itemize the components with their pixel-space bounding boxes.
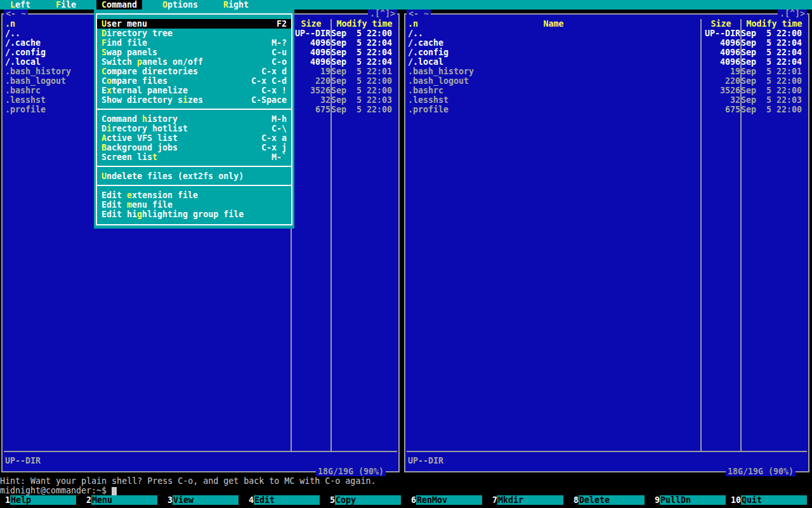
menu-item-undelete-files-ext2fs-only[interactable]: Undelete files (ext2fs only): [97, 171, 291, 181]
fkey-4-edit[interactable]: 4Edit: [244, 495, 325, 505]
fkey-number: 7: [487, 495, 497, 505]
menu-item-find-file[interactable]: Find fileM-?: [97, 38, 291, 48]
column-header-size[interactable]: Size: [702, 19, 740, 29]
file-mtime: Sep 5 22:03: [740, 95, 808, 105]
fkey-6-renmov[interactable]: 6RenMov: [406, 495, 487, 505]
file-panel-right: <- ~.[^]>18G/19G (90%).nNameSizeModify t…: [404, 13, 809, 472]
menubar-item-left[interactable]: Left: [5, 0, 36, 10]
menu-item-user-menu[interactable]: User menuF2: [97, 19, 291, 29]
file-mtime: Sep 5 22:04: [740, 57, 808, 67]
fkey-9-pulldn[interactable]: 9PullDn: [650, 495, 731, 505]
file-row-bash-history[interactable]: .bash_history19Sep 5 22:01: [405, 67, 808, 76]
hotkey-letter: h: [142, 114, 147, 124]
mini-status: UP--DIR: [5, 456, 41, 465]
fkey-label: RenMov: [416, 495, 482, 505]
menubar-item-command[interactable]: Command: [96, 0, 142, 10]
menu-item-swap-panels[interactable]: Swap panelsC-u: [97, 48, 291, 57]
column-header-mtime[interactable]: Modify time: [740, 19, 808, 29]
file-size: 220: [292, 76, 331, 86]
file-row-cache[interactable]: /.cache4096Sep 5 22:04: [405, 38, 808, 48]
file-name: .profile: [405, 105, 702, 114]
column-header-name[interactable]: .nName: [405, 19, 702, 29]
fkey-number: 5: [325, 495, 335, 505]
file-list: /..UP--DIRSep 5 22:00/.cache4096Sep 5 22…: [405, 29, 808, 114]
menu-item-shortcut: C-o: [272, 57, 287, 67]
menu-item-show-directory-sizes[interactable]: Show directory sizesC-Space: [97, 95, 291, 105]
menu-item-external-panelize[interactable]: External panelizeC-x !: [97, 86, 291, 95]
panel-path-label[interactable]: <- ~: [4, 9, 28, 18]
menu-item-directory-hotlist[interactable]: Directory hotlistC-\: [97, 124, 291, 133]
file-size: 4096: [292, 48, 331, 57]
menu-item-label: Show directory sizes: [102, 95, 203, 105]
sort-indicator: .n: [408, 19, 418, 29]
hotkey-letter: t: [152, 152, 157, 162]
shell-prompt-line[interactable]: midnight@commander:~$: [0, 486, 812, 495]
fkey-10-quit[interactable]: 10Quit: [731, 495, 812, 505]
file-name: /.config: [405, 48, 702, 57]
panel-path-label[interactable]: <- ~: [407, 9, 431, 18]
menu-item-edit-menu-file[interactable]: Edit menu file: [97, 200, 291, 210]
menu-item-compare-files[interactable]: Compare filesC-x C-d: [97, 76, 291, 86]
menu-item-switch-panels-on-off[interactable]: Switch panels on/offC-o: [97, 57, 291, 67]
menu-item-active-vfs-list[interactable]: Active VFS listC-x a: [97, 133, 291, 143]
hotkey-letter: p: [137, 57, 142, 67]
file-row-profile[interactable]: .profile675Sep 5 22:00: [405, 105, 808, 114]
file-size: 4096: [292, 57, 331, 67]
menu-item-edit-extension-file[interactable]: Edit extension file: [97, 190, 291, 200]
file-mtime: Sep 5 22:04: [740, 48, 808, 57]
file-mtime: Sep 5 22:00: [331, 76, 398, 86]
file-mtime: Sep 5 22:01: [740, 67, 808, 76]
file-size: 220: [702, 76, 740, 86]
file-size: 4096: [702, 48, 740, 57]
menu-item-label: Background jobs: [102, 143, 178, 152]
file-name: .bash_history: [405, 67, 702, 76]
file-size: 19: [292, 67, 331, 76]
file-row-config[interactable]: /.config4096Sep 5 22:04: [405, 48, 808, 57]
fkey-number: 9: [650, 495, 660, 505]
menu-item-screen-list[interactable]: Screen listM-`: [97, 152, 291, 162]
fkey-7-mkdir[interactable]: 7Mkdir: [487, 495, 568, 505]
menubar-item-file[interactable]: File: [51, 0, 81, 10]
hint-text: Hint: Want your plain shell? Press C-o, …: [0, 476, 376, 486]
hotkey-letter: i: [107, 124, 112, 133]
menubar-item-right[interactable]: Right: [218, 0, 254, 10]
menu-item-label: Compare files: [102, 76, 167, 86]
menu-item-shortcut: C-\: [272, 124, 287, 133]
menu-item-directory-tree[interactable]: Directory tree: [97, 29, 291, 38]
file-row-lesshst[interactable]: .lesshst32Sep 5 22:03: [405, 95, 808, 105]
fkey-5-copy[interactable]: 5Copy: [325, 495, 406, 505]
file-mtime: Sep 5 22:00: [740, 76, 808, 86]
menu-bar: LeftFileCommandOptionsRight: [0, 0, 812, 10]
menu-item-command-history[interactable]: Command historyM-h: [97, 114, 291, 124]
hotkey-letter: e: [127, 190, 132, 200]
file-name: /..: [405, 29, 702, 38]
hint-line: Hint: Want your plain shell? Press C-o, …: [0, 476, 812, 486]
menu-item-edit-highlighting-group-file[interactable]: Edit highlighting group file: [97, 210, 291, 219]
menu-item-compare-directories[interactable]: Compare directoriesC-x d: [97, 67, 291, 76]
panel-updir-buttons[interactable]: .[^]>: [778, 9, 807, 18]
menu-item-background-jobs[interactable]: Background jobsC-x j: [97, 143, 291, 152]
column-separator-size-mtime: [740, 19, 742, 451]
file-row-bash-logout[interactable]: .bash_logout220Sep 5 22:00: [405, 76, 808, 86]
file-size: 32: [702, 95, 740, 105]
file-size: 32: [292, 95, 331, 105]
menubar-item-options[interactable]: Options: [157, 0, 203, 10]
ministatus-separator: [407, 451, 807, 452]
file-size: 675: [702, 105, 740, 114]
hotkey-letter: R: [223, 0, 228, 10]
fkey-1-help[interactable]: 1Help: [0, 495, 81, 505]
file-row-[interactable]: /..UP--DIRSep 5 22:00: [405, 29, 808, 38]
menu-item-label: Screen list: [102, 152, 157, 162]
fkey-label: Mkdir: [497, 495, 563, 505]
panel-updir-buttons[interactable]: .[^]>: [368, 9, 397, 18]
menu-item-shortcut: C-u: [272, 48, 287, 57]
fkey-8-delete[interactable]: 8Delete: [568, 495, 650, 505]
fkey-3-view[interactable]: 3View: [162, 495, 244, 505]
file-row-local[interactable]: /.local4096Sep 5 22:04: [405, 57, 808, 67]
column-header-size[interactable]: Size: [292, 19, 331, 29]
fkey-2-menu[interactable]: 2Menu: [81, 495, 162, 505]
fkey-label: PullDn: [660, 495, 726, 505]
file-mtime: Sep 5 22:03: [331, 95, 398, 105]
file-row-bashrc[interactable]: .bashrc3526Sep 5 22:00: [405, 86, 808, 95]
column-header-mtime[interactable]: Modify time: [331, 19, 398, 29]
